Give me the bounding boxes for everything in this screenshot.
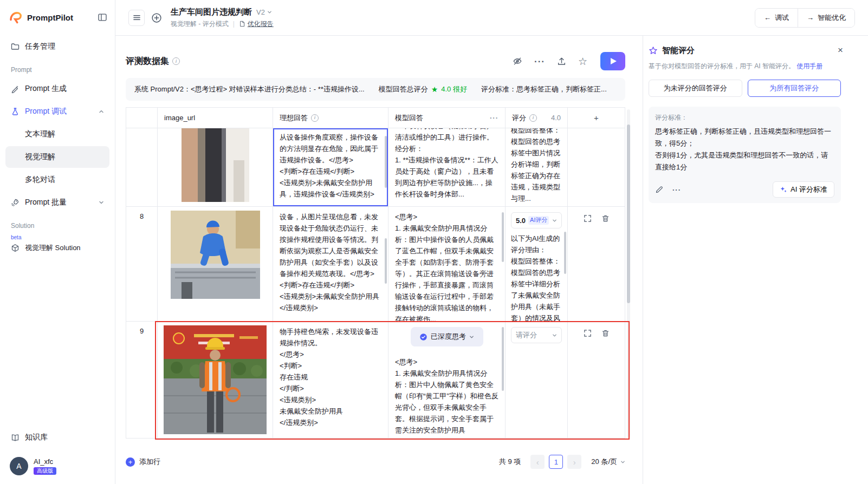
hide-column-icon[interactable]	[513, 56, 522, 66]
row-number: 8	[126, 207, 158, 321]
score-all-button[interactable]: 为所有回答评分	[748, 80, 841, 97]
manual-link[interactable]: 使用手册	[796, 62, 822, 70]
dataset-image	[164, 325, 267, 434]
chevron-down-icon	[99, 200, 104, 205]
version-label: V2	[256, 8, 265, 16]
score-cell[interactable]: 5.0 AI评分 以下为AI生成的评分理由： 模型回答整体：模型回答的思考标签中…	[506, 207, 568, 321]
sidebar-item-multi-turn[interactable]: 多轮对话	[5, 169, 109, 191]
image-cell[interactable]	[158, 322, 273, 438]
row-number-header	[126, 108, 158, 128]
sidebar-item-text-understanding[interactable]: 文本理解	[5, 123, 109, 145]
favorite-icon[interactable]: ☆	[578, 56, 587, 67]
score-select[interactable]: 请评分	[511, 327, 562, 343]
image-cell[interactable]	[158, 128, 273, 206]
expand-row-icon[interactable]	[584, 329, 592, 337]
sidebar-item-prompt-batch[interactable]: Prompt 批量	[5, 192, 109, 213]
info-icon: i	[172, 57, 180, 65]
sidebar-item-label: Prompt 调试	[25, 107, 67, 116]
add-row-button[interactable]: + 添加行	[126, 457, 160, 467]
scrollbar-thumb[interactable]	[627, 125, 630, 303]
model-answer-header[interactable]: 模型回答 ···	[388, 108, 506, 128]
column-label: 理想回答	[280, 113, 308, 123]
sidebar-item-knowledge-base[interactable]: 知识库	[5, 427, 109, 448]
ideal-answer-cell[interactable]: 从设备操作角度观察，操作设备的方法明显存在危险，因此属于违规操作设备。</思考>…	[273, 128, 388, 206]
info-icon: i	[529, 114, 537, 122]
create-icon[interactable]	[151, 12, 162, 23]
upload-icon[interactable]	[557, 57, 566, 66]
delete-row-icon[interactable]	[601, 214, 610, 223]
page-size-select[interactable]: 20 条/页	[591, 457, 625, 467]
cell-scrollbar[interactable]	[502, 327, 504, 391]
sidebar-collapse-icon[interactable]	[98, 12, 107, 22]
ai-score-tag: AI评分	[528, 216, 549, 224]
summary-bar[interactable]: 系统 Prompt/V2：<思考过程> 对错误样本进行分类总结：- **违规操作…	[126, 78, 625, 101]
column-menu-icon[interactable]: ···	[490, 114, 498, 122]
debug-tab-button[interactable]: ← 调试	[755, 9, 798, 27]
dataset-table: image_url 理想回答 i 模型回答 ··· 评分 i	[126, 107, 625, 439]
ai-criteria-button[interactable]: AI 评分标准	[773, 181, 834, 198]
score-label: 模型回答总评分	[379, 84, 428, 94]
version-selector[interactable]: V2	[256, 8, 272, 16]
score-cell[interactable]: 理由： 模型回答整体：模型回答的思考标签中图片情况分析详细，判断标签正确为存在违…	[506, 128, 568, 206]
more-actions-icon[interactable]: ···	[534, 57, 545, 66]
cell-scrollbar[interactable]	[385, 238, 387, 284]
sidebar-item-tasks[interactable]: 任务管理	[5, 36, 109, 57]
row-number: 9	[126, 322, 158, 438]
sidebar: PromptPilot 任务管理 Prompt Prompt 生成 Prompt…	[0, 0, 115, 484]
dataset-toolbar: ··· ☆	[513, 52, 625, 70]
report-link[interactable]: 优化报告	[239, 19, 274, 29]
image-cell[interactable]	[158, 207, 273, 321]
criteria-box: 评分标准： 思考标签正确，判断标签正确，且违规类型和理想回答一致，得5分； 否则…	[649, 107, 841, 203]
score-header[interactable]: 评分 i 4.0	[506, 108, 568, 128]
close-icon[interactable]: ×	[838, 45, 843, 55]
current-page-button[interactable]: 1	[549, 455, 563, 469]
criteria-more-icon[interactable]: ···	[672, 186, 681, 194]
next-page-button[interactable]: ›	[567, 455, 581, 469]
cell-scrollbar[interactable]	[502, 212, 504, 262]
table-row: 从设备操作角度观察，操作设备的方法明显存在危险，因此属于违规操作设备。</思考>…	[126, 128, 625, 207]
page-size-label: 20 条/页	[591, 457, 617, 467]
sidebar-item-prompt-debug[interactable]: Prompt 调试	[5, 101, 109, 122]
cell-scrollbar[interactable]	[564, 232, 566, 274]
promptpilot-logo-icon	[9, 10, 23, 24]
prev-page-button[interactable]: ‹	[530, 455, 545, 469]
main-area: 评测数据集 i ··· ☆	[115, 36, 643, 484]
user-name: AI_xfc	[34, 457, 56, 466]
add-column-button[interactable]: +	[568, 108, 625, 128]
model-answer-text: <思考> 1. 未佩戴安全防护用具情况分析：图片中操作设备的人员佩戴了蓝色工作帽…	[388, 207, 505, 321]
optimize-tab-button[interactable]: → 智能优化	[798, 9, 854, 27]
model-answer-cell[interactable]: 已深度思考 <思考> 1. 未佩戴安全防护用具情况分析：图片中人物佩戴了黄色安全…	[388, 322, 506, 438]
score-select[interactable]: 5.0 AI评分	[511, 212, 562, 228]
image-url-header[interactable]: image_url	[158, 108, 273, 128]
smart-scoring-panel: 智能评分 × 基于你对模型回答的评分标准，用于 AI 智能评分。 使用手册 为未…	[643, 36, 868, 484]
score-reason-text: 以下为AI生成的评分理由： 模型回答整体：模型回答的思考标签中详细分析了未佩戴安…	[506, 228, 567, 321]
run-evaluation-button[interactable]	[600, 52, 625, 70]
add-row-label: 添加行	[139, 457, 160, 467]
table-scrollbar[interactable]	[627, 109, 630, 437]
model-answer-cell[interactable]: <思考> 1. 未佩戴安全防护用具情况分析：图片中操作设备的人员佩戴了蓝色工作帽…	[388, 207, 506, 321]
score-unrated-button[interactable]: 为未评分的回答评分	[649, 80, 742, 97]
ideal-answer-cell[interactable]: 设备，从图片呈现信息看，未发现设备处于危险状态仍运行、未按操作规程使用设备等情况…	[273, 207, 388, 321]
cube-icon	[11, 244, 20, 252]
sidebar-item-vision-understanding[interactable]: 视觉理解	[5, 146, 109, 168]
deep-think-badge[interactable]: 已深度思考	[411, 327, 483, 346]
user-row[interactable]: A AI_xfc 高级版	[5, 449, 109, 479]
edit-criteria-icon[interactable]	[655, 185, 664, 194]
main-column: 生产车间图片违规判断 V2 视觉理解 - 评分模式 | 优化报告	[115, 0, 868, 484]
ideal-answer-header[interactable]: 理想回答 i	[273, 108, 388, 128]
ideal-answer-text: 从设备操作角度观察，操作设备的方法明显存在危险，因此属于违规操作设备。</思考>…	[273, 128, 388, 204]
sidebar-item-prompt-gen[interactable]: Prompt 生成	[5, 78, 109, 100]
menu-button[interactable]	[128, 10, 145, 26]
table-row: 8 设备，从图片呈现信息看，未发现设备处于危险状态仍运行、未按操作规程使用设备等…	[126, 207, 625, 322]
ideal-answer-cell[interactable]: 物手持橙色绳索，未发现设备违规操作情况。 </思考> <判断> 存在违规 </判…	[273, 322, 388, 438]
expand-row-icon[interactable]	[584, 214, 592, 223]
sidebar-item-vision-solution[interactable]: beta 视觉理解 Solution	[5, 237, 109, 259]
chevron-up-icon	[99, 109, 104, 114]
model-answer-cell[interactable]: 一个长杆状设备（疑似用于窗户清洁或维护的工具）进行操作。经分析： 1. **违规…	[388, 128, 506, 206]
column-label: image_url	[164, 114, 195, 122]
delete-row-icon[interactable]	[601, 329, 610, 337]
score-cell[interactable]: 请评分	[506, 322, 568, 438]
cell-scrollbar[interactable]	[385, 136, 387, 188]
row-actions-cell	[568, 207, 625, 321]
sidebar-item-label: 知识库	[25, 433, 48, 442]
